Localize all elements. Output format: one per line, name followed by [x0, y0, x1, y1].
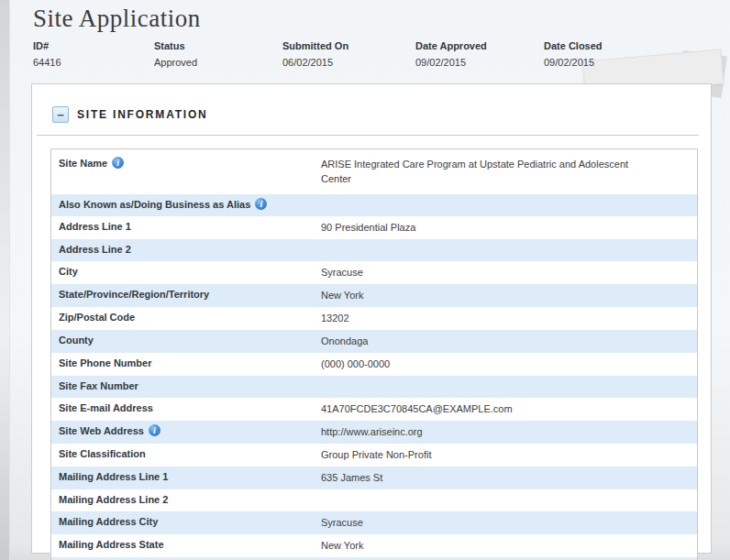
row-label: Mailing Address State [51, 538, 321, 552]
summary-field-label: Submitted On [282, 40, 415, 52]
table-row: County Onondaga [51, 330, 697, 353]
table-row: Zip/Postal Code 13202 [51, 307, 697, 330]
info-icon[interactable]: i [112, 157, 124, 169]
summary-field: ID# 64416 [33, 40, 154, 69]
row-label-text: Site Fax Number [59, 379, 138, 393]
row-label: Address Line 1 [51, 220, 321, 234]
row-label: Site Web Address i [51, 424, 321, 438]
table-row: Mailing Address City Syracuse [51, 511, 697, 534]
summary-field: Date Closed 09/02/2015 [544, 40, 675, 69]
row-label-text: Mailing Address Line 1 [59, 470, 168, 484]
row-value: 41A70FCDE3C70845CA@EXAMPLE.com [321, 401, 662, 416]
summary-field-label: Date Closed [544, 40, 675, 52]
row-value: Syracuse [321, 515, 662, 530]
row-label-text: Site Web Address [59, 424, 144, 438]
site-information-table: Site Name i ARISE Integrated Care Progra… [50, 148, 698, 560]
summary-field-label: Date Approved [415, 40, 544, 52]
row-label-text: City [59, 265, 78, 279]
summary-field-value: 09/02/2015 [544, 57, 675, 69]
row-label-text: Zip/Postal Code [59, 311, 135, 324]
table-row: Site Fax Number [51, 376, 697, 398]
page-left-shadow [0, 0, 10, 560]
row-label-text: Address Line 2 [59, 243, 131, 257]
row-label-text: Address Line 1 [59, 220, 131, 234]
summary-field-value: 09/02/2015 [415, 57, 544, 69]
table-row: Address Line 2 [51, 239, 697, 261]
row-label-text: Site Name [59, 157, 107, 170]
collapse-section-button[interactable]: − [52, 106, 69, 123]
row-label-text: Also Known as/Doing Business as Alias [59, 198, 250, 212]
row-label-text: State/Province/Region/Territory [59, 288, 209, 302]
table-row: Site Web Address i http://www.ariseinc.o… [51, 421, 697, 444]
summary-field: Status Approved [154, 40, 282, 69]
row-value: 13202 [321, 311, 662, 325]
application-summary-bar: ID# 64416 Status Approved Submitted On 0… [33, 40, 675, 69]
table-row: Site Name i ARISE Integrated Care Progra… [51, 149, 697, 194]
table-row: Site E-mail Address 41A70FCDE3C70845CA@E… [51, 398, 697, 421]
site-information-section-header: − SITE INFORMATION [32, 106, 711, 123]
row-label-text: Site Classification [59, 447, 146, 461]
row-label-text: Mailing Address City [59, 515, 158, 529]
summary-field-value: 06/02/2015 [282, 57, 415, 69]
row-value: Syracuse [321, 265, 662, 280]
row-label: Mailing Address Line 2 [51, 493, 321, 507]
row-label: State/Province/Region/Territory [51, 288, 321, 302]
row-value: http://www.ariseinc.org [321, 424, 662, 439]
section-divider [37, 135, 699, 136]
row-value: Group Private Non-Profit [321, 447, 662, 462]
row-value: Onondaga [321, 334, 662, 348]
row-label: Also Known as/Doing Business as Alias i [51, 198, 321, 212]
summary-field-value: 64416 [33, 57, 154, 69]
summary-field: Submitted On 06/02/2015 [282, 40, 415, 69]
row-label: Site Fax Number [51, 379, 321, 393]
summary-field-value: Approved [154, 57, 282, 69]
info-icon[interactable]: i [149, 424, 160, 436]
application-panel: − SITE INFORMATION Site Name i ARISE Int… [31, 83, 712, 554]
table-row: Mailing Address Line 1 635 James St [51, 467, 697, 489]
row-label-text: Mailing Address State [59, 538, 164, 552]
row-label: Site Phone Number [51, 357, 321, 370]
table-row: Site Phone Number (000) 000-0000 [51, 353, 697, 376]
table-row: State/Province/Region/Territory New York [51, 284, 697, 307]
row-label: Address Line 2 [51, 243, 321, 257]
row-label: Site Classification [51, 447, 321, 461]
table-row: Mailing Address Line 2 [51, 489, 697, 511]
summary-field: Date Approved 09/02/2015 [415, 40, 544, 69]
row-label: Site Name i [51, 157, 321, 170]
row-label: City [51, 265, 321, 279]
table-row: Site Classification Group Private Non-Pr… [51, 444, 697, 467]
row-label-text: Site E-mail Address [59, 401, 153, 415]
row-label-text: Mailing Address Line 2 [59, 493, 168, 507]
row-label: Mailing Address City [51, 515, 321, 529]
row-label: Mailing Address Line 1 [51, 470, 321, 484]
section-title: SITE INFORMATION [77, 108, 208, 121]
row-value: 635 James St [321, 470, 662, 485]
row-label: Zip/Postal Code [51, 311, 321, 324]
table-row: Also Known as/Doing Business as Alias i [51, 194, 697, 216]
row-value: New York [321, 538, 662, 553]
page-title: Site Application [33, 5, 201, 33]
row-label-text: Site Phone Number [59, 357, 151, 370]
table-row: Address Line 1 90 Presidential Plaza [51, 216, 697, 239]
row-value: ARISE Integrated Care Program at Upstate… [321, 157, 662, 186]
table-row: Mailing Address State New York [51, 534, 697, 557]
row-label: County [51, 334, 321, 347]
row-value: New York [321, 288, 662, 302]
row-label: Site E-mail Address [51, 401, 321, 415]
row-value: 90 Presidential Plaza [321, 220, 662, 235]
table-row: City Syracuse [51, 261, 697, 284]
row-label-text: County [59, 334, 94, 347]
summary-field-label: Status [154, 40, 282, 52]
row-value: (000) 000-0000 [321, 357, 662, 371]
summary-field-label: ID# [33, 40, 154, 52]
info-icon[interactable]: i [255, 198, 267, 210]
